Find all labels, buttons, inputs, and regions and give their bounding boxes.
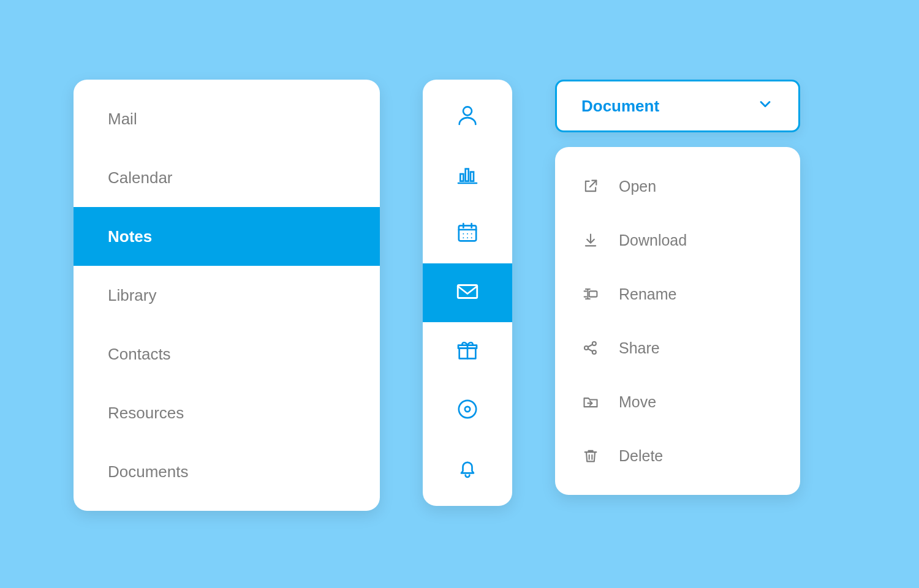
dropdown-label: Document (581, 97, 659, 116)
sidebar-item-label: Calendar (108, 168, 173, 187)
download-icon (581, 230, 600, 250)
sidebar-item-label: Library (108, 286, 156, 305)
sidebar-item-label: Notes (108, 227, 152, 246)
rail-item-user[interactable] (423, 87, 512, 146)
svg-point-10 (471, 237, 472, 238)
right-column: Document Open Download Rename (555, 80, 800, 495)
svg-rect-2 (466, 169, 469, 181)
menu-item-download[interactable]: Download (555, 213, 800, 267)
svg-point-8 (463, 237, 464, 238)
user-icon (455, 103, 480, 130)
rail-item-chart[interactable] (423, 146, 512, 205)
svg-point-9 (467, 237, 468, 238)
rail-item-disc[interactable] (423, 381, 512, 440)
svg-point-6 (467, 233, 468, 235)
context-menu: Open Download Rename Share Move (555, 147, 800, 495)
sidebar-navigation: Mail Calendar Notes Library Contacts Res… (74, 80, 380, 511)
trash-icon (581, 446, 600, 466)
sidebar-item-documents[interactable]: Documents (74, 442, 380, 501)
menu-item-share[interactable]: Share (555, 321, 800, 375)
svg-point-7 (471, 233, 472, 235)
menu-item-label: Download (619, 232, 687, 249)
chevron-down-icon (757, 96, 774, 117)
sidebar-item-mail[interactable]: Mail (74, 89, 380, 148)
menu-item-delete[interactable]: Delete (555, 429, 800, 483)
rail-item-calendar[interactable] (423, 205, 512, 263)
menu-item-move[interactable]: Move (555, 375, 800, 429)
external-link-icon (581, 176, 600, 196)
calendar-icon (455, 221, 480, 247)
document-dropdown[interactable]: Document (555, 80, 800, 132)
menu-item-label: Move (619, 393, 656, 411)
menu-item-rename[interactable]: Rename (555, 267, 800, 321)
menu-item-open[interactable]: Open (555, 159, 800, 213)
rail-item-gift[interactable] (423, 322, 512, 381)
share-icon (581, 338, 600, 358)
svg-point-5 (463, 233, 464, 235)
disc-icon (455, 397, 480, 424)
rail-item-bell[interactable] (423, 440, 512, 499)
svg-rect-3 (471, 172, 474, 181)
sidebar-item-notes[interactable]: Notes (74, 207, 380, 266)
folder-move-icon (581, 392, 600, 412)
svg-rect-16 (589, 291, 597, 296)
bar-chart-icon (455, 162, 480, 189)
sidebar-item-library[interactable]: Library (74, 266, 380, 325)
sidebar-item-label: Mail (108, 110, 137, 129)
svg-rect-11 (458, 285, 477, 298)
rename-icon (581, 284, 600, 304)
menu-item-label: Share (619, 339, 660, 357)
sidebar-item-label: Documents (108, 462, 189, 481)
sidebar-item-label: Resources (108, 404, 184, 423)
gift-icon (455, 338, 480, 365)
sidebar-item-calendar[interactable]: Calendar (74, 148, 380, 207)
svg-point-15 (465, 407, 470, 412)
sidebar-item-resources[interactable]: Resources (74, 383, 380, 442)
mail-icon (455, 279, 480, 307)
svg-rect-1 (460, 174, 463, 181)
svg-point-14 (459, 401, 476, 418)
rail-item-mail[interactable] (423, 263, 512, 322)
sidebar-item-label: Contacts (108, 345, 171, 364)
menu-item-label: Delete (619, 447, 663, 465)
svg-point-0 (463, 107, 472, 115)
bell-icon (455, 456, 480, 483)
icon-rail (423, 80, 512, 506)
menu-item-label: Open (619, 178, 656, 195)
sidebar-item-contacts[interactable]: Contacts (74, 325, 380, 383)
menu-item-label: Rename (619, 285, 677, 303)
